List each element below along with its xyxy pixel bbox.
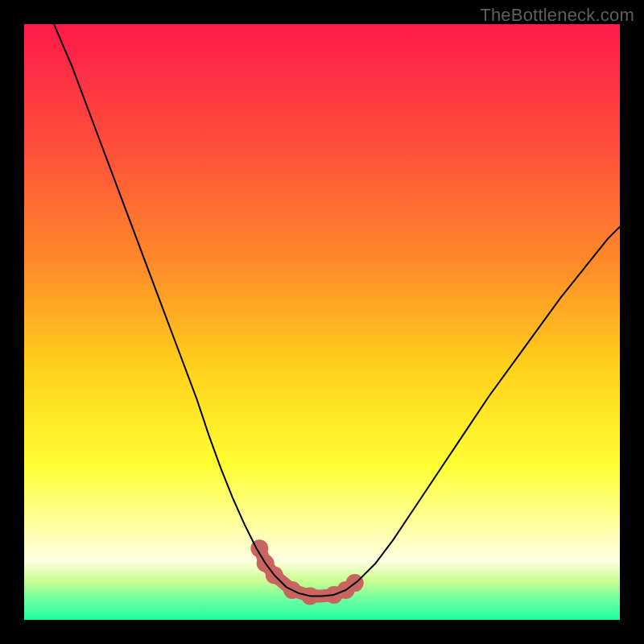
watermark-text: TheBottleneck.com bbox=[480, 5, 634, 26]
bottleneck-curve bbox=[54, 24, 620, 596]
chart-frame: TheBottleneck.com bbox=[0, 0, 644, 644]
plot-area bbox=[24, 24, 620, 620]
curve-layer bbox=[24, 24, 620, 620]
